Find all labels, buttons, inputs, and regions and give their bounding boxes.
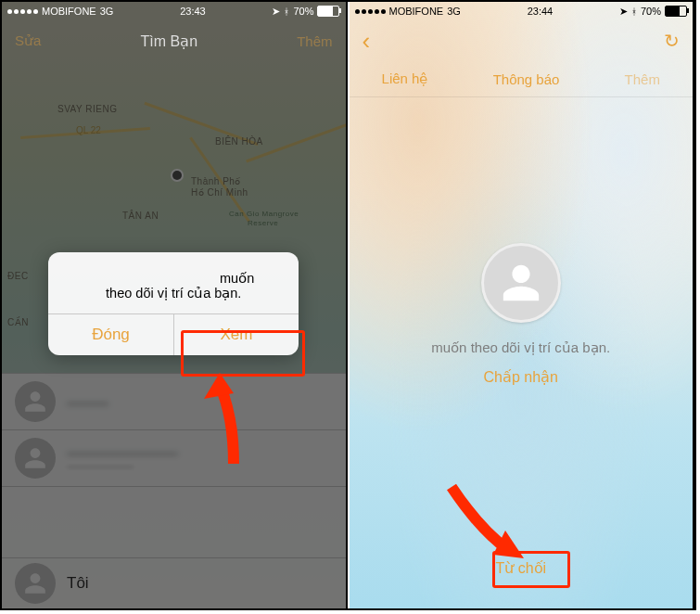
request-text: muốn theo dõi vị trí của bạn. (431, 338, 610, 357)
nav-add-button[interactable]: Thêm (297, 33, 332, 49)
avatar (481, 243, 561, 323)
nav-bar: ‹ ↻ (350, 20, 694, 61)
location-icon: ➤ (619, 6, 628, 18)
nav-edit-button[interactable]: Sửa (15, 32, 41, 49)
status-network: 3G (100, 6, 114, 17)
tab-bar: Liên hệ Thông báo Thêm (350, 61, 694, 97)
nav-title: Tìm Bạn (41, 32, 297, 50)
alert-message: muốn theo dõi vị trí của bạn. (48, 252, 299, 313)
alert-close-button[interactable]: Đóng (48, 314, 173, 355)
annotation-arrow (187, 371, 261, 473)
back-button[interactable]: ‹ (363, 29, 371, 53)
phone-right: MOBIFONE 3G 23:44 ➤ ᚼ 70% ‹ ↻ Liên hệ Th… (350, 2, 695, 608)
status-carrier: MOBIFONE (389, 6, 444, 17)
status-battery-pct: 70% (293, 6, 313, 17)
status-carrier: MOBIFONE (42, 6, 96, 17)
location-icon: ➤ (272, 6, 280, 18)
status-network: 3G (447, 6, 461, 17)
bluetooth-icon: ᚼ (631, 6, 637, 17)
annotation-arrow (442, 482, 535, 566)
tab-notifications[interactable]: Thông báo (493, 71, 560, 87)
status-time: 23:44 (528, 6, 554, 17)
request-card: muốn theo dõi vị trí của bạn. Chấp nhận (350, 243, 694, 386)
status-bar: MOBIFONE 3G 23:43 ➤ ᚼ 70% (2, 2, 346, 20)
tab-contacts[interactable]: Liên hệ (382, 70, 428, 87)
alert-view-button[interactable]: Xem (173, 314, 299, 355)
status-bar: MOBIFONE 3G 23:44 ➤ ᚼ 70% (350, 2, 694, 20)
phone-left: Svay Rieng QL 22 Biên Hòa Thành Phố Hồ C… (2, 2, 348, 608)
accept-button[interactable]: Chấp nhận (484, 368, 559, 386)
status-battery-pct: 70% (641, 6, 661, 17)
battery-icon (665, 6, 687, 17)
status-time: 23:43 (180, 6, 206, 17)
reload-button[interactable]: ↻ (664, 30, 680, 52)
location-request-alert: muốn theo dõi vị trí của bạn. Đóng Xem (48, 252, 299, 355)
nav-bar: Sửa Tìm Bạn Thêm (2, 20, 346, 61)
bluetooth-icon: ᚼ (284, 6, 289, 17)
battery-icon (317, 6, 339, 17)
tab-more[interactable]: Thêm (625, 71, 660, 87)
